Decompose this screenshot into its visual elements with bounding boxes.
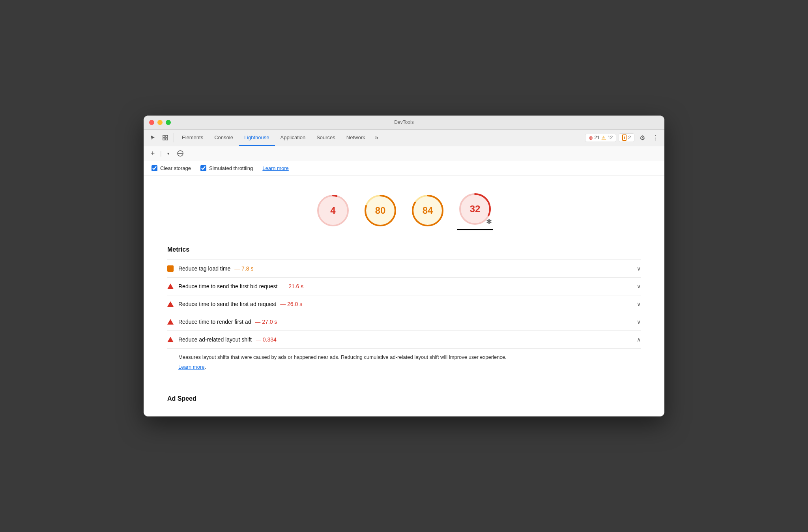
score-value-4: 32 [470, 203, 481, 215]
window-controls [149, 120, 171, 125]
clear-storage-option[interactable]: Clear storage [152, 165, 191, 171]
metric-row-2[interactable]: Reduce time to send the first bid reques… [167, 277, 641, 295]
expanded-learn-more-container: Learn more. [178, 363, 641, 371]
metric-value-4: — 27.0 s [253, 319, 277, 325]
maximize-button[interactable] [166, 120, 171, 125]
chevron-up-icon-5: ∧ [637, 336, 641, 343]
metric-row-3[interactable]: Reduce time to send the first ad request… [167, 295, 641, 313]
more-options-button[interactable]: ⋮ [650, 132, 661, 143]
score-4-container: 32 ✱ [457, 191, 493, 230]
minimize-button[interactable] [157, 120, 163, 125]
ad-speed-title: Ad Speed [167, 395, 641, 402]
metric-value-3: — 26.0 s [279, 301, 302, 307]
info-badge: i 2 [619, 133, 634, 142]
secondary-toolbar: + | ▾ [144, 146, 664, 161]
tab-console[interactable]: Console [209, 129, 239, 146]
score-circle-1: 4 [315, 193, 351, 228]
score-2-container: 80 [363, 193, 398, 228]
metric-label-2: Reduce time to send the first bid reques… [178, 283, 277, 289]
metrics-title: Metrics [167, 246, 641, 253]
clear-storage-checkbox[interactable] [152, 165, 157, 171]
devtools-window: DevTools Elements [144, 116, 664, 417]
tab-lighthouse[interactable]: Lighthouse [239, 129, 275, 146]
dropdown-button[interactable]: ▾ [164, 149, 173, 158]
tab-elements[interactable]: Elements [176, 129, 209, 146]
simulated-throttling-checkbox[interactable] [200, 165, 206, 171]
main-toolbar: Elements Console Lighthouse Application … [144, 130, 664, 146]
metric-row-4[interactable]: Reduce time to render first ad — 27.0 s … [167, 313, 641, 330]
metric-value-2: — 21.6 s [280, 283, 303, 289]
toolbar-right: ⊗ 21 ⚠ 12 i 2 ⚙ ⋮ [585, 132, 661, 143]
chevron-down-icon-1: ∨ [637, 265, 641, 272]
titlebar: DevTools [144, 116, 664, 130]
toolbar-divider [174, 133, 174, 142]
toolbar-left [147, 132, 176, 144]
simulated-throttling-option[interactable]: Simulated throttling [200, 165, 253, 171]
chevron-down-icon-2: ∨ [637, 283, 641, 289]
tab-sources[interactable]: Sources [311, 129, 341, 146]
input-separator: | [160, 150, 162, 157]
tab-application[interactable]: Application [275, 129, 311, 146]
options-bar: Clear storage Simulated throttling Learn… [144, 161, 664, 175]
expanded-metric-content: Measures layout shifts that were caused … [167, 348, 641, 379]
orange-square-icon-1 [167, 265, 174, 272]
cursor-tool-button[interactable] [147, 132, 159, 144]
close-button[interactable] [149, 120, 154, 125]
nav-tabs: Elements Console Lighthouse Application … [176, 129, 584, 146]
svg-rect-1 [166, 135, 168, 137]
metric-value-1: — 7.8 s [233, 265, 253, 272]
no-entry-button[interactable] [175, 148, 185, 159]
score-value-1: 4 [330, 205, 335, 216]
svg-rect-0 [163, 135, 165, 137]
expanded-learn-more-link[interactable]: Learn more [178, 364, 204, 370]
score-circle-4: 32 ✱ [457, 191, 493, 227]
metric-label-5: Reduce ad-related layout shift [178, 336, 252, 343]
svg-rect-2 [163, 138, 165, 140]
metrics-section: Metrics Reduce tag load time — 7.8 s ∨ R… [144, 238, 664, 387]
red-triangle-icon-2 [167, 284, 174, 289]
score-3-container: 84 [410, 193, 445, 228]
score-value-2: 80 [375, 205, 386, 216]
metric-row-5[interactable]: Reduce ad-related layout shift — 0.334 ∧ [167, 330, 641, 348]
ad-speed-section: Ad Speed [144, 387, 664, 416]
error-icon: ⊗ [589, 135, 593, 141]
red-triangle-icon-3 [167, 301, 174, 307]
metric-value-5: — 0.334 [254, 336, 277, 343]
more-tabs-button[interactable]: » [371, 132, 383, 144]
active-score-indicator [457, 229, 493, 230]
chevron-down-icon-3: ∨ [637, 301, 641, 307]
learn-more-link[interactable]: Learn more [262, 165, 288, 171]
scores-section: 4 80 [144, 175, 664, 238]
metric-label-4: Reduce time to render first ad [178, 319, 251, 325]
metric-label-1: Reduce tag load time [178, 265, 230, 272]
warning-icon: ⚠ [601, 135, 606, 141]
expanded-description: Measures layout shifts that were caused … [178, 353, 641, 362]
red-triangle-icon-5 [167, 337, 174, 342]
svg-rect-3 [166, 138, 168, 140]
error-badge: ⊗ 21 ⚠ 12 [585, 134, 617, 142]
score-1-container: 4 [315, 193, 351, 228]
add-button[interactable]: + [148, 148, 158, 159]
metric-row-1[interactable]: Reduce tag load time — 7.8 s ∨ [167, 259, 641, 277]
plugin-icon: ✱ [486, 217, 492, 226]
info-icon: i [622, 134, 627, 141]
settings-button[interactable]: ⚙ [637, 132, 648, 143]
main-content: 4 80 [144, 175, 664, 417]
metric-label-3: Reduce time to send the first ad request [178, 301, 276, 307]
window-title: DevTools [394, 119, 413, 125]
tab-network[interactable]: Network [341, 129, 371, 146]
red-triangle-icon-4 [167, 319, 174, 325]
score-circle-3: 84 [410, 193, 445, 228]
inspect-button[interactable] [159, 132, 171, 144]
score-value-3: 84 [423, 205, 433, 216]
chevron-down-icon-4: ∨ [637, 319, 641, 325]
score-circle-2: 80 [363, 193, 398, 228]
